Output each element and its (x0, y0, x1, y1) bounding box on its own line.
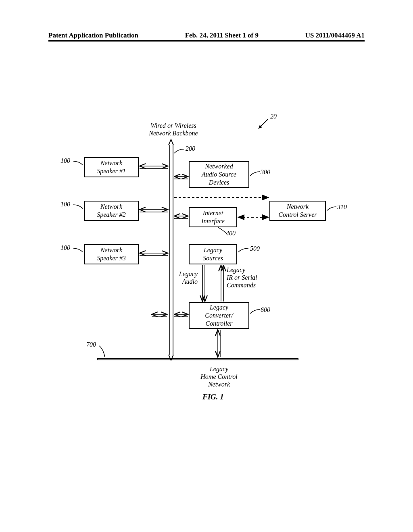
header-right: US 2011/0044469 A1 (305, 31, 365, 39)
internet-interface-box: Internet Interface (189, 207, 237, 227)
leader-line-icon (73, 247, 85, 253)
legacy-sources-ref: 500 (250, 245, 260, 252)
system-ref-arrow-icon (257, 115, 272, 130)
legacy-sources-box: Legacy Sources (189, 244, 237, 264)
leader-line-icon (73, 204, 85, 210)
legacy-line-ref: 700 (86, 341, 96, 348)
leader-line-icon (73, 160, 85, 166)
leader-line-icon (218, 227, 228, 235)
header-divider (48, 40, 365, 42)
speaker-ref-3: 100 (60, 244, 70, 251)
audio-source-ref: 300 (261, 168, 270, 176)
legacy-audio-label: Legacy Audio (169, 270, 198, 285)
speaker-box-3: Network Speaker #3 (84, 244, 139, 264)
leader-line-icon (250, 171, 261, 177)
backbone-label: Wired or Wireless Network Backbone (137, 122, 210, 137)
speaker-box-1: Network Speaker #1 (84, 157, 139, 177)
leader-line-icon (174, 148, 186, 155)
speaker-ref-2: 100 (60, 201, 70, 208)
header-center: Feb. 24, 2011 Sheet 1 of 9 (185, 31, 259, 39)
leader-line-icon (238, 247, 250, 253)
system-ref: 20 (270, 113, 277, 120)
legacy-converter-box: Legacy Converter/ Controller (189, 302, 249, 329)
legacy-network-label: Legacy Home Control Network (187, 365, 251, 389)
audio-source-box: Networked Audio Source Devices (189, 161, 249, 188)
header-left: Patent Application Publication (48, 31, 138, 39)
system-diagram: 20 Wired or Wireless Network Backbone 20… (52, 113, 359, 403)
leader-line-icon (327, 206, 338, 212)
control-server-ref: 310 (337, 204, 347, 211)
network-backbone (169, 145, 173, 355)
figure-caption: FIG. 1 (202, 393, 224, 401)
leader-line-icon (99, 345, 108, 359)
legacy-ir-label: Legacy IR or Serial Commands (227, 266, 271, 289)
leader-line-icon (250, 309, 261, 314)
control-server-box: Network Control Server (269, 201, 326, 221)
legacy-network-bus (97, 358, 298, 360)
speaker-box-2: Network Speaker #2 (84, 201, 139, 221)
page-header: Patent Application Publication Feb. 24, … (0, 31, 413, 39)
speaker-ref-1: 100 (60, 157, 70, 164)
legacy-converter-ref: 600 (261, 306, 270, 314)
backbone-ref: 200 (186, 145, 195, 152)
